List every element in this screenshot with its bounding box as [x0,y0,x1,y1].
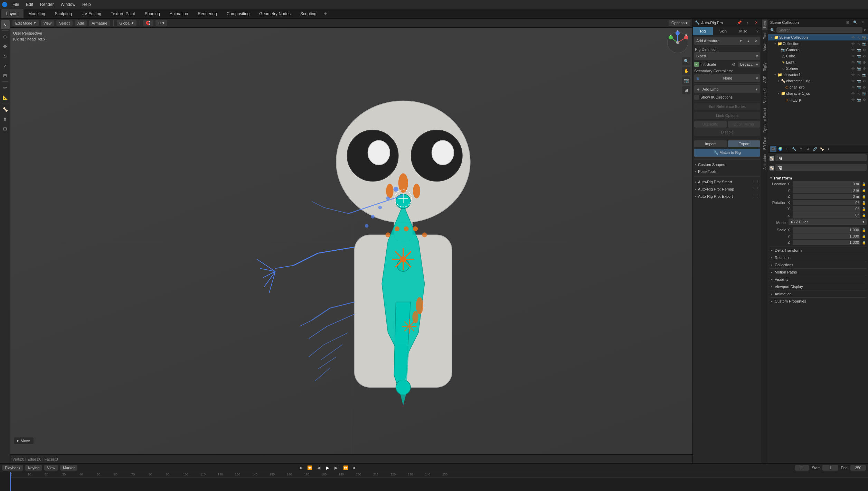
export-button[interactable]: Export [728,140,761,147]
tab-sculpting[interactable]: Sculpting [50,9,77,18]
sphere-render-icon[interactable]: 📷 [856,66,861,71]
delta-transform-section[interactable]: ▸ Delta Transform [770,247,867,254]
chargrp-view-icon[interactable]: 👁 [851,85,856,90]
import-button[interactable]: Import [694,140,727,147]
viewport-3d[interactable]: User Perspective (0): rig : head_ref.x [10,28,692,454]
rotation-x-field[interactable] [793,200,860,205]
tree-scene-collection[interactable]: ▾ 📁 Scene Collection 👁 ↖ 📷 [768,34,868,40]
sc-render-icon[interactable]: 📷 [862,35,867,40]
show-ik-checkbox[interactable] [694,95,699,100]
cursor-tool-button[interactable]: ⊕ [1,32,10,41]
cs-select-icon[interactable]: ↖ [856,91,861,96]
object-name-field[interactable] [775,154,867,161]
tab-animation[interactable]: Animation [165,9,193,18]
viewport-grid-button[interactable]: ⊞ [682,86,690,94]
visibility-section[interactable]: ▸ Visibility [770,276,867,283]
custom-properties-section[interactable]: ▸ Custom Properties [770,297,867,305]
arp-tab-misc[interactable]: Misc [733,27,753,35]
viewport-gizmo[interactable]: X Y Z [666,30,690,55]
tree-character1-rig[interactable]: ▾ 🦴 character1_rig 👁 📷 ⚙ [768,78,868,84]
secondary-controllers-dropdown[interactable]: ⊞ None ▾ [694,74,760,82]
init-scale-checkbox[interactable]: ✓ [694,62,699,67]
light-render-icon[interactable]: 📷 [856,60,861,65]
duplicate-button[interactable]: Duplicate [694,121,727,128]
cs-render-icon[interactable]: 📷 [862,91,867,96]
scale-z-field[interactable] [793,240,860,245]
cam-extra-icon[interactable]: ⚙ [862,47,867,52]
view-menu-button[interactable]: View [41,20,55,26]
tab-texture-paint[interactable]: Texture Paint [106,9,140,18]
start-frame-field[interactable]: 1 [822,465,838,471]
rotation-mode-dropdown[interactable]: XYZ Euler ▾ [789,219,867,225]
side-tab-tool[interactable]: Tool [762,30,767,41]
tree-light[interactable]: ☀ Light 👁 📷 ⚙ [768,59,868,65]
prop-icon-physics[interactable]: ≋ [805,146,811,152]
prop-icon-scene[interactable]: 🎬 [770,146,776,152]
marker-menu-button[interactable]: Marker [60,465,77,471]
tab-modeling[interactable]: Modeling [23,9,50,18]
arp-help-button[interactable]: ? [753,27,762,35]
char1-view-icon[interactable]: 👁 [851,72,856,77]
arp-tab-skin[interactable]: Skin [713,27,733,35]
tab-compositing[interactable]: Compositing [222,9,255,18]
cube-render-icon[interactable]: 📷 [856,54,861,58]
jump-to-end-button[interactable]: ⏭ [351,464,358,472]
scale-tool-button[interactable]: ⤢ [1,61,10,70]
disable-button[interactable]: Disable [694,128,760,136]
prop-icon-data[interactable]: 🦴 [819,146,825,152]
measure-tool-button[interactable]: 📐 [1,93,10,102]
rotation-y-lock[interactable]: 🔒 [861,206,867,212]
arp-expand-button[interactable]: ↕ [744,19,751,26]
menu-file[interactable]: File [9,0,22,9]
rotation-z-lock[interactable]: 🔒 [861,212,867,218]
scale-y-lock[interactable]: 🔒 [861,233,867,239]
rig-extra-icon[interactable]: ⚙ [862,78,867,83]
location-y-lock[interactable]: 🔒 [861,187,867,193]
prop-icon-particle[interactable]: ✦ [798,146,804,152]
menu-edit[interactable]: Edit [22,0,37,9]
subdivide-tool-button[interactable]: ⊟ [1,124,10,133]
location-x-field[interactable] [793,181,860,187]
add-armature-collapse-button[interactable]: ▴ [745,37,752,44]
data-name-field[interactable] [775,164,867,171]
rotation-y-field[interactable] [793,206,860,212]
tab-layout[interactable]: Layout [1,9,23,18]
rig-view-icon[interactable]: 👁 [851,78,856,83]
cam-view-icon[interactable]: 👁 [851,47,856,52]
sphere-extra-icon[interactable]: ⚙ [862,66,867,71]
prop-icon-material[interactable]: ● [825,146,832,152]
light-extra-icon[interactable]: ⚙ [862,60,867,65]
arp-smart-collapsible[interactable]: ▸ Auto-Rig Pro: Smart ⋮⋮ [694,178,760,185]
viewport-hand-button[interactable]: ✋ [682,67,690,75]
arp-close-button[interactable]: ✕ [753,19,760,26]
custom-shapes-collapsible[interactable]: ▸ Custom Shapes [694,161,760,168]
transform-section-header[interactable]: ▾ Transform [770,175,867,181]
scale-x-lock[interactable]: 🔒 [861,227,867,233]
viewport-display-section[interactable]: ▸ Viewport Display [770,283,867,290]
transform-tool-button[interactable]: ⊞ [1,71,10,80]
pose-tools-collapsible[interactable]: ▸ Pose Tools [694,168,760,175]
side-tab-item[interactable]: Item [762,19,767,30]
next-keyframe-button[interactable]: ⏩ [342,464,349,472]
side-tab-view[interactable]: View [762,41,767,53]
menu-window[interactable]: Window [57,0,79,9]
csgrp-render-icon[interactable]: 📷 [856,97,861,102]
outliner-search-input[interactable] [776,27,862,33]
tab-shading[interactable]: Shading [140,9,165,18]
match-to-rig-button[interactable]: 🔧 Match to Rig [694,149,760,157]
tree-character1-cs[interactable]: ▾ 📁 character1_cs 👁 ↖ 📷 [768,90,868,96]
sc-view-icon[interactable]: 👁 [851,35,856,40]
location-z-lock[interactable]: 🔒 [861,194,867,199]
char1-render-icon[interactable]: 📷 [862,72,867,77]
outliner-search-button[interactable]: 🔍 [852,19,858,26]
csgrp-view-icon[interactable]: 👁 [851,97,856,102]
jump-to-start-button[interactable]: ⏮ [297,464,304,472]
side-tab-rigify[interactable]: Rigify [762,61,767,73]
tree-collection[interactable]: ▾ 📁 Collection 👁 ↖ 📷 [768,40,868,47]
tree-character1[interactable]: ▾ 📁 character1 👁 ↖ 📷 [768,72,868,78]
motion-paths-section[interactable]: ▸ Motion Paths [770,268,867,276]
transform-orientation-button[interactable]: Global ▾ [117,20,137,26]
col-view-icon[interactable]: 👁 [851,41,856,46]
add-limb-button[interactable]: + Add Limb ▾ [694,85,760,93]
end-frame-field[interactable]: 250 [850,465,866,471]
